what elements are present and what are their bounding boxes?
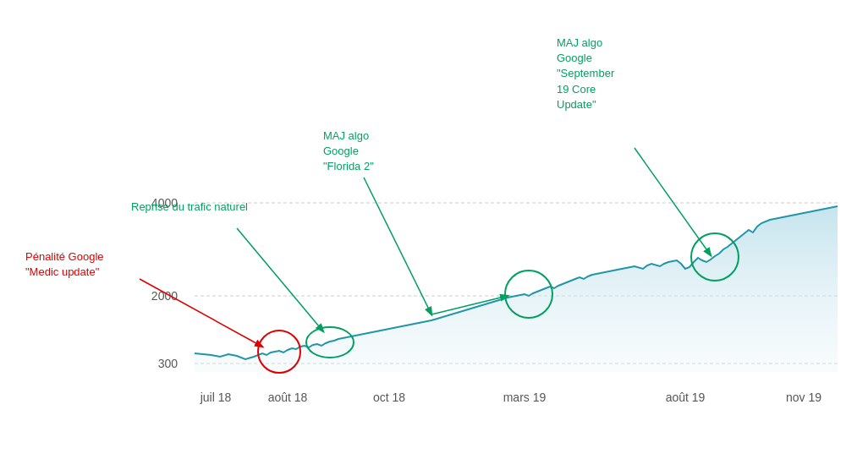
y-label-300: 300: [158, 357, 179, 370]
x-label-aout18: août 18: [268, 391, 308, 404]
svg-line-5: [364, 178, 431, 314]
annotation-florida-label: MAJ algoGoogle"Florida 2": [323, 128, 374, 175]
x-label-oct18: oct 18: [373, 391, 405, 404]
svg-line-4: [237, 228, 323, 331]
x-label-juil18: juil 18: [200, 391, 232, 404]
annotation-sept19-label: MAJ algoGoogle"September19 CoreUpdate": [557, 36, 614, 112]
x-label-aout19: août 19: [666, 391, 706, 404]
x-label-mars19: mars 19: [503, 391, 547, 404]
y-label-2000: 2000: [151, 289, 178, 303]
x-label-nov19: nov 19: [786, 391, 821, 404]
annotation-medic-label: Pénalité Google"Medic update": [25, 249, 104, 280]
svg-line-3: [140, 279, 262, 347]
annotation-reprise-label: Reprise du trafic naturel: [131, 199, 248, 215]
chart-container: 300 2000 4000 juil 18 août 18 oct 18 mar…: [0, 0, 868, 470]
